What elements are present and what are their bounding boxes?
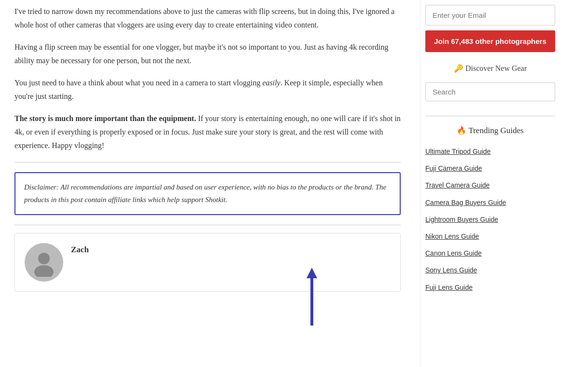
avatar bbox=[25, 243, 63, 282]
paragraph-2: Having a flip screen may be essential fo… bbox=[14, 41, 401, 68]
trending-links-list: Ultimate Tripod Guide Fuji Camera Guide … bbox=[425, 145, 555, 294]
list-item[interactable]: Nikon Lens Guide bbox=[425, 230, 555, 243]
join-button[interactable]: Join 67,483 other photographers bbox=[425, 30, 555, 52]
divider-1 bbox=[14, 162, 401, 163]
list-item[interactable]: Canon Lens Guide bbox=[425, 246, 555, 259]
disclaimer-text: Disclaimer: All recommendations are impa… bbox=[24, 181, 391, 206]
comment-section: Zach bbox=[14, 233, 401, 292]
trending-section: 🔥 Trending Guides bbox=[425, 124, 555, 138]
trending-label: Trending Guides bbox=[468, 126, 523, 135]
sidebar-divider bbox=[425, 116, 555, 116]
sidebar: Join 67,483 other photographers 🔑 Discov… bbox=[420, 0, 565, 367]
list-item[interactable]: Camera Bag Buyers Guide bbox=[425, 196, 555, 209]
disclaimer-box: Disclaimer: All recommendations are impa… bbox=[14, 172, 401, 215]
trending-link-2[interactable]: Fuji Camera Guide bbox=[425, 164, 482, 172]
search-input[interactable] bbox=[425, 82, 555, 101]
trending-link-4[interactable]: Camera Bag Buyers Guide bbox=[425, 199, 506, 206]
trending-link-3[interactable]: Travel Camera Guide bbox=[425, 181, 490, 189]
svg-point-1 bbox=[34, 265, 54, 277]
list-item[interactable]: Travel Camera Guide bbox=[425, 178, 555, 191]
trending-link-6[interactable]: Nikon Lens Guide bbox=[425, 232, 479, 240]
main-content: I've tried to narrow down my recommendat… bbox=[0, 0, 420, 367]
comment-author-name: Zach bbox=[71, 243, 89, 257]
trending-link-8[interactable]: Sony Lens Guide bbox=[425, 266, 477, 274]
divider-2 bbox=[14, 225, 401, 225]
list-item[interactable]: Ultimate Tripod Guide bbox=[425, 145, 555, 158]
trending-link-1[interactable]: Ultimate Tripod Guide bbox=[425, 148, 490, 155]
list-item[interactable]: Sony Lens Guide bbox=[425, 263, 555, 276]
paragraph-4: The story is much more important than th… bbox=[14, 112, 401, 152]
trending-link-7[interactable]: Canon Lens Guide bbox=[425, 249, 482, 257]
paragraph-3: You just need to have a think about what… bbox=[14, 76, 401, 103]
discover-section: 🔑 Discover New Gear bbox=[425, 62, 555, 75]
discover-label: Discover New Gear bbox=[465, 64, 527, 72]
trending-link-5[interactable]: Lightroom Buyers Guide bbox=[425, 216, 498, 223]
list-item[interactable]: Fuji Camera Guide bbox=[425, 162, 555, 175]
trending-link-9[interactable]: Fuji Lens Guide bbox=[425, 284, 473, 291]
paragraph-1: I've tried to narrow down my recommendat… bbox=[14, 5, 401, 32]
email-input[interactable] bbox=[425, 5, 555, 26]
list-item[interactable]: Lightroom Buyers Guide bbox=[425, 213, 555, 226]
list-item[interactable]: Fuji Lens Guide bbox=[425, 281, 555, 294]
svg-point-0 bbox=[38, 253, 50, 264]
trending-icon: 🔥 bbox=[457, 126, 466, 135]
discover-icon: 🔑 bbox=[454, 64, 463, 72]
